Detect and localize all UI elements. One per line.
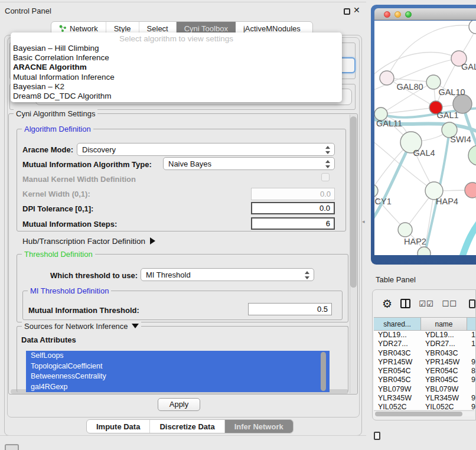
table-cell: YDL19... (374, 331, 421, 340)
table-row[interactable]: YBR045CYBR045C9. (374, 376, 476, 384)
network-node[interactable] (398, 223, 412, 237)
network-edge[interactable] (462, 220, 476, 255)
table-cell: YBR043C (421, 349, 467, 358)
dpi-tolerance-input[interactable] (251, 202, 335, 214)
mi-type-value: Naive Bayes (168, 159, 211, 168)
table-horizontal-scrollbar-thumb[interactable] (375, 412, 462, 416)
algorithm-option[interactable]: Basic Correlation Inference (11, 53, 342, 63)
algorithm-option[interactable]: Bayesian – Hill Climbing (11, 44, 342, 53)
mi-type-label: Mutual Information Algorithm Type: (22, 160, 152, 169)
attribute-item[interactable]: TopologicalCoefficient (26, 361, 330, 372)
table-row[interactable]: YDL19...YDL19...13 (374, 331, 476, 340)
network-node[interactable] (469, 21, 476, 34)
tab-infer-network-label: Infer Network (234, 422, 283, 431)
table-cell: YER054C (374, 367, 421, 376)
columns-icon[interactable] (400, 299, 410, 308)
float-window-icon[interactable] (344, 8, 350, 15)
tab-impute-data-label: Impute Data (96, 422, 140, 431)
network-view-canvas[interactable]: GALGAL80GAL10GAL1GAL11SWI4GAL4GCY1HAP4YH… (374, 21, 476, 255)
aracne-mode-value: Discovery (82, 145, 116, 154)
table-cell: 13 (467, 331, 476, 340)
table-row[interactable]: YBL079WYBL079W (374, 385, 476, 394)
network-edge[interactable] (374, 142, 411, 223)
network-node[interactable] (468, 145, 476, 165)
stepper-icon (325, 159, 330, 169)
close-icon[interactable]: ✕ (353, 5, 360, 15)
hub-definition-toggle[interactable]: Hub/Transcription Factor Definition (22, 237, 155, 246)
bottom-divider (0, 435, 366, 436)
data-attributes-label: Data Attributes (21, 335, 76, 344)
zoom-traffic-light-icon[interactable] (405, 11, 412, 18)
algorithm-option[interactable]: Dream8 DC_TDC Algorithm (11, 92, 342, 101)
kernel-width-input[interactable] (251, 188, 335, 200)
network-node[interactable] (418, 247, 431, 255)
attribute-item[interactable]: BetweennessCentrality (26, 371, 330, 382)
table-row[interactable]: YBR043CYBR043C (374, 349, 476, 358)
network-node[interactable] (465, 182, 476, 198)
table-cell: YLR345W (374, 394, 421, 403)
table-row[interactable]: YER054CYER054C8. (374, 367, 476, 376)
close-traffic-light-icon[interactable] (384, 11, 390, 18)
settings-group-title: Cyni Algorithm Settings (14, 109, 97, 118)
table-cell (467, 385, 476, 394)
mi-steps-input[interactable] (251, 217, 335, 230)
document-icon[interactable] (469, 299, 475, 308)
table-panel: ⚙ ☑☑ ☐☐ shared...name YDL19...YDL19...13… (372, 289, 476, 420)
column-header[interactable]: shared... (374, 318, 421, 330)
column-header[interactable]: name (421, 318, 467, 330)
table-row[interactable]: YLR345WYLR345W9. (374, 394, 476, 403)
table-row[interactable]: YDR27...YDR27...12 (374, 340, 476, 348)
aracne-mode-select[interactable]: Discovery (77, 143, 335, 156)
algorithm-option[interactable]: Bayesian – K2 (11, 82, 342, 92)
tab-impute-data[interactable]: Impute Data (87, 420, 150, 433)
manual-kernel-checkbox[interactable] (321, 173, 330, 181)
settings-vertical-scrollbar-thumb[interactable] (350, 116, 357, 288)
attribute-item[interactable]: gal4RGexp (26, 382, 330, 393)
expanded-arrow-icon (132, 324, 139, 328)
select-all-checkboxes-icon[interactable]: ☑☑ (419, 299, 433, 308)
sources-group-title[interactable]: Sources for Network Inference (22, 322, 141, 331)
table-cell: YER054C (421, 367, 467, 376)
node-label: GCY1 (374, 197, 392, 206)
gear-icon[interactable]: ⚙ (382, 298, 392, 309)
data-attributes-list[interactable]: SelfLoopsTopologicalCoefficientBetweenne… (26, 351, 330, 392)
attributes-scrollbar-thumb[interactable] (321, 352, 326, 391)
table-cell: YBR045C (421, 376, 467, 384)
algorithm-option[interactable]: Mutual Information Inference (11, 73, 342, 82)
table-cell (467, 349, 476, 358)
algorithm-option[interactable]: ARACNE Algorithm (11, 63, 342, 72)
panel-resize-grip[interactable]: ◂ (362, 219, 365, 224)
table-row[interactable]: YIL052CYIL052C9 (374, 403, 476, 410)
which-threshold-value: MI Threshold (146, 270, 191, 279)
table-horizontal-scrollbar[interactable] (374, 410, 474, 416)
mi-threshold-input[interactable] (248, 303, 332, 315)
table-cell: 8. (467, 367, 476, 376)
table-header-row: shared...name (374, 317, 476, 331)
table-cell: 9 (467, 403, 476, 410)
apply-button[interactable]: Apply (158, 398, 200, 411)
column-header[interactable] (467, 318, 476, 330)
minimize-traffic-light-icon[interactable] (395, 11, 401, 18)
mi-type-select[interactable]: Naive Bayes (163, 157, 335, 170)
stepper-icon (325, 145, 330, 155)
table-cell: YLR345W (421, 394, 467, 403)
page-icon-partial[interactable] (374, 432, 380, 440)
table-cell: YBL079W (374, 385, 421, 394)
node-label: HAP2 (404, 237, 426, 246)
which-threshold-select[interactable]: MI Threshold (141, 268, 314, 281)
attribute-item[interactable]: SelfLoops (26, 351, 330, 361)
table-row[interactable]: YPR145WYPR145W9. (374, 358, 476, 367)
network-window-titlebar[interactable] (374, 8, 476, 20)
hub-definition-label: Hub/Transcription Factor Definition (22, 237, 145, 246)
algorithm-definition-title: Algorithm Definition (22, 125, 93, 133)
table-cell: YPR145W (374, 358, 421, 367)
table-toolbar: ⚙ ☑☑ ☐☐ (373, 290, 475, 317)
network-node[interactable] (374, 184, 378, 197)
tab-infer-network[interactable]: Infer Network (225, 420, 293, 433)
network-node[interactable] (380, 71, 394, 85)
deselect-all-checkboxes-icon[interactable]: ☐☐ (442, 299, 457, 308)
stepper-icon (304, 270, 309, 280)
bottom-left-partial-button[interactable] (5, 444, 19, 450)
tab-discretize-data[interactable]: Discretize Data (150, 420, 224, 433)
table-cell: YBL079W (421, 385, 467, 394)
